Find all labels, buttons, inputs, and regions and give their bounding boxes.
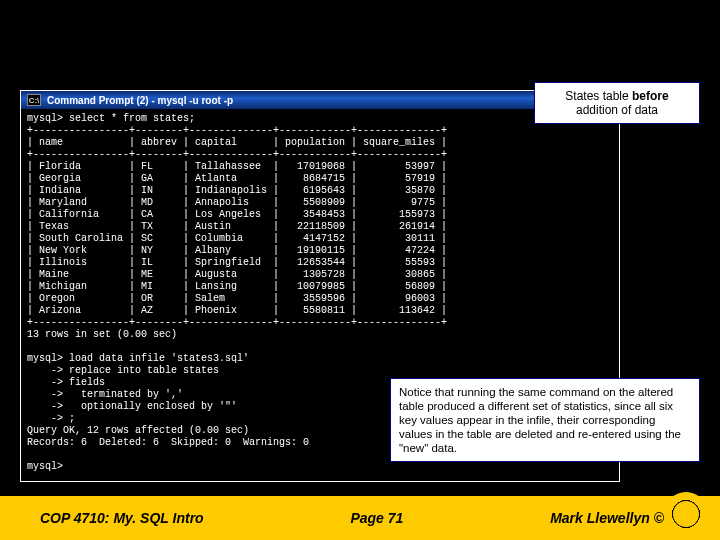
course-code: COP 4710: My. SQL Intro bbox=[40, 510, 204, 526]
callout-notice: Notice that running the same command on … bbox=[390, 378, 700, 462]
ucf-logo bbox=[664, 492, 708, 536]
logo-inner bbox=[673, 501, 699, 527]
rowcount: 13 rows in set (0.00 sec) bbox=[27, 329, 177, 340]
window-titlebar: C:\ Command Prompt (2) - mysql -u root -… bbox=[21, 91, 619, 109]
cmd-icon: C:\ bbox=[27, 94, 41, 106]
window-title: Command Prompt (2) - mysql -u root -p bbox=[47, 95, 233, 106]
load-line: -> optionally enclosed by '"' bbox=[27, 401, 237, 412]
page-number: Page 71 bbox=[350, 510, 403, 526]
table-row: | Maine | ME | Augusta | 1305728 | 30865… bbox=[27, 269, 447, 280]
table-row: | Michigan | MI | Lansing | 10079985 | 5… bbox=[27, 281, 447, 292]
table-row: | California | CA | Los Angeles | 354845… bbox=[27, 209, 447, 220]
callout-before: States table before addition of data bbox=[534, 82, 700, 124]
callout-text: Notice that running the same command on … bbox=[399, 386, 681, 454]
slide-footer: COP 4710: My. SQL Intro Page 71 Mark Lle… bbox=[0, 496, 720, 540]
callout-text: States table bbox=[565, 89, 632, 103]
table-row: | South Carolina | SC | Columbia | 41471… bbox=[27, 233, 447, 244]
load-line: -> fields bbox=[27, 377, 105, 388]
load-line: -> ; bbox=[27, 413, 75, 424]
table-row: | Florida | FL | Tallahassee | 17019068 … bbox=[27, 161, 447, 172]
author-name: Mark Llewellyn © bbox=[550, 510, 664, 526]
table-border: +----------------+--------+-------------… bbox=[27, 317, 447, 328]
load-line: mysql> load data infile 'states3.sql' bbox=[27, 353, 249, 364]
table-row: | Indiana | IN | Indianapolis | 6195643 … bbox=[27, 185, 447, 196]
table-row: | Maryland | MD | Annapolis | 5508909 | … bbox=[27, 197, 447, 208]
load-line: -> replace into table states bbox=[27, 365, 219, 376]
table-row: | New York | NY | Albany | 19190115 | 47… bbox=[27, 245, 447, 256]
table-border: +----------------+--------+-------------… bbox=[27, 149, 447, 160]
query-result: Query OK, 12 rows affected (0.00 sec) bbox=[27, 425, 249, 436]
table-header: | name | abbrev | capital | population |… bbox=[27, 137, 447, 148]
table-row: | Georgia | GA | Atlanta | 8684715 | 579… bbox=[27, 173, 447, 184]
records-line: Records: 6 Deleted: 6 Skipped: 0 Warning… bbox=[27, 437, 309, 448]
table-row: | Texas | TX | Austin | 22118509 | 26191… bbox=[27, 221, 447, 232]
table-border: +----------------+--------+-------------… bbox=[27, 125, 447, 136]
callout-text: addition of data bbox=[576, 103, 658, 117]
sql-select: mysql> select * from states; bbox=[27, 113, 195, 124]
table-row: | Oregon | OR | Salem | 3559596 | 96003 … bbox=[27, 293, 447, 304]
table-row: | Illinois | IL | Springfield | 12653544… bbox=[27, 257, 447, 268]
callout-bold: before bbox=[632, 89, 669, 103]
slide: C:\ Command Prompt (2) - mysql -u root -… bbox=[0, 0, 720, 540]
table-row: | Arizona | AZ | Phoenix | 5580811 | 113… bbox=[27, 305, 447, 316]
load-line: -> terminated by ',' bbox=[27, 389, 183, 400]
mysql-prompt: mysql> bbox=[27, 461, 63, 472]
